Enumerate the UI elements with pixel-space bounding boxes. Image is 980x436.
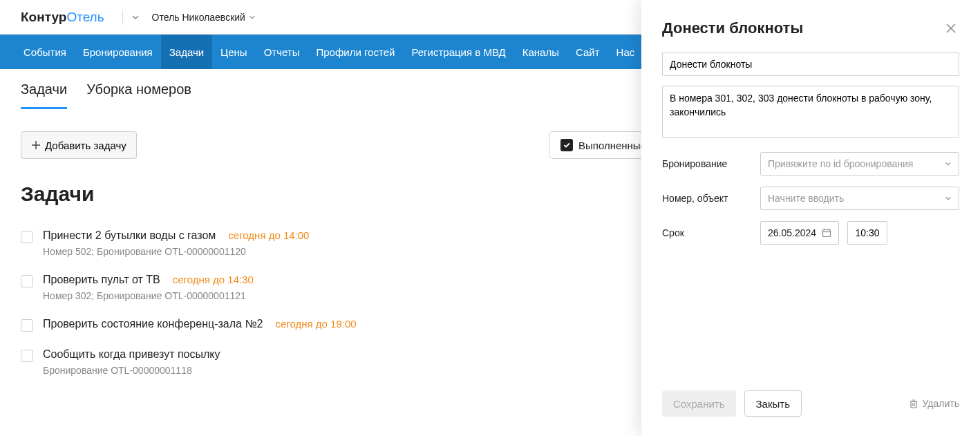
nav-item-site[interactable]: Сайт xyxy=(567,35,608,69)
booking-placeholder: Привяжите по id броонирования xyxy=(768,158,913,169)
svg-rect-10 xyxy=(823,230,831,237)
task-checkbox[interactable] xyxy=(21,231,33,243)
deadline-label: Срок xyxy=(662,227,752,238)
task-due: сегодня до 19:00 xyxy=(275,318,356,330)
room-label: Номер, объект xyxy=(662,193,752,204)
completed-filter-label: Выполненные xyxy=(578,140,646,151)
save-button[interactable]: Сохранить xyxy=(662,390,736,417)
chevron-down-icon xyxy=(945,195,952,202)
room-select[interactable]: Начните вводить xyxy=(760,187,959,210)
panel-title: Донести блокноты xyxy=(662,19,803,37)
nav-item-reports[interactable]: Отчеты xyxy=(256,35,308,69)
side-panel: Донести блокноты Бронирование Привяжите … xyxy=(641,0,980,436)
task-due: сегодня до 14:30 xyxy=(173,274,254,285)
trash-icon xyxy=(909,399,918,408)
date-value: 26.05.2024 xyxy=(768,227,816,238)
task-title[interactable]: Проверить пульт от ТВ xyxy=(43,274,160,286)
nav-item-prices[interactable]: Цены xyxy=(212,35,256,69)
task-title[interactable]: Проверить состояние конференц-зала №2 xyxy=(43,318,263,330)
panel-footer: Сохранить Закыть Удалить xyxy=(662,390,959,417)
task-title[interactable]: Сообщить когда привезут посылку xyxy=(43,348,220,361)
sub-tab-tasks[interactable]: Задачи xyxy=(21,82,67,109)
task-checkbox[interactable] xyxy=(21,319,33,332)
svg-rect-14 xyxy=(911,401,916,408)
checkbox-checked-icon xyxy=(560,139,573,151)
delete-button[interactable]: Удалить xyxy=(909,398,959,409)
task-checkbox[interactable] xyxy=(21,350,33,362)
chevron-down-icon[interactable] xyxy=(131,13,140,21)
nav-item-more[interactable]: Нас xyxy=(608,35,643,69)
chevron-down-icon xyxy=(249,14,256,21)
calendar-icon xyxy=(822,228,831,238)
date-input[interactable]: 26.05.2024 xyxy=(760,221,839,245)
time-input[interactable] xyxy=(847,221,887,245)
hotel-name: Отель Николаевский xyxy=(152,12,245,23)
task-name-input[interactable] xyxy=(662,53,959,76)
add-task-label: Добавить задачу xyxy=(45,140,126,151)
sub-tab-cleaning[interactable]: Уборка номеров xyxy=(86,82,191,109)
plus-icon xyxy=(31,140,41,150)
logo-text-1: Контур xyxy=(21,10,66,25)
nav-item-channels[interactable]: Каналы xyxy=(514,35,567,69)
task-checkbox[interactable] xyxy=(21,275,33,287)
hotel-selector[interactable]: Отель Николаевский xyxy=(152,12,256,23)
nav-item-tasks[interactable]: Задачи xyxy=(161,35,212,69)
close-icon xyxy=(945,23,957,34)
room-placeholder: Начните вводить xyxy=(768,193,844,204)
booking-label: Бронирование xyxy=(662,158,752,169)
booking-select[interactable]: Привяжите по id броонирования xyxy=(760,152,959,176)
logo-text-2: Отель xyxy=(66,10,104,25)
nav-item-events[interactable]: События xyxy=(15,35,75,69)
nav-item-bookings[interactable]: Бронирования xyxy=(75,35,161,69)
logo[interactable]: Контур Отель xyxy=(21,10,104,25)
chevron-down-icon xyxy=(945,160,952,167)
divider xyxy=(122,10,123,25)
task-title[interactable]: Принести 2 бутылки воды с газом xyxy=(43,229,216,242)
close-panel-button[interactable]: Закыть xyxy=(744,390,802,417)
delete-label: Удалить xyxy=(923,398,959,409)
add-task-button[interactable]: Добавить задачу xyxy=(21,131,137,159)
nav-item-mvd[interactable]: Регистрация в МВД xyxy=(403,35,513,69)
close-button[interactable] xyxy=(943,20,959,37)
task-due: сегодня до 14:00 xyxy=(228,229,309,241)
nav-item-guest-profiles[interactable]: Профили гостей xyxy=(308,35,403,69)
task-description-input[interactable] xyxy=(662,86,959,138)
